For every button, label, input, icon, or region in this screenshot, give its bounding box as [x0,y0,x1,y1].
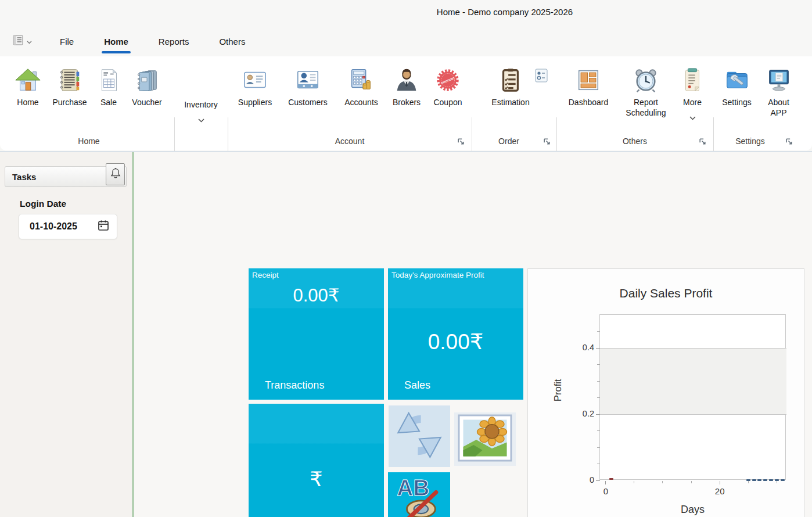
chevron-down-icon [198,114,204,125]
notifications-button[interactable] [106,163,125,185]
sync-refresh-icon [395,411,444,462]
chart-grid-band [600,348,786,414]
suppliers-button[interactable]: Suppliers [232,66,278,107]
tab-others[interactable]: Others [217,33,247,50]
ribbon-button-label: Dashboard [569,97,609,107]
ribbon-group-home: Home Purchase Sale [5,56,173,150]
inventory-dropdown-button[interactable]: Inventory [177,66,225,125]
more-icon [679,67,706,94]
image-tile[interactable] [454,412,516,466]
settings-button[interactable]: Settings [716,66,758,107]
x-axis-tick-label: 0 [596,486,616,496]
tab-file[interactable]: File [58,33,76,50]
app-menu-button[interactable] [13,34,32,48]
tab-reports[interactable]: Reports [156,33,192,50]
accounts-icon [348,67,375,94]
application-window: Home - Demo company 2025-2026 File Home … [0,0,812,517]
ribbon-group-settings: Settings About APP Settings [714,56,799,150]
ribbon-button-label: Suppliers [238,97,272,107]
voucher-button[interactable]: Voucher [126,66,168,107]
todays-profit-tile-footer: Sales [404,379,430,392]
login-date-input[interactable]: 01-10-2025 [19,214,117,239]
brokers-icon [393,67,420,94]
about-app-button[interactable]: About APP [760,66,797,118]
x-axis-tick-label: 20 [710,486,730,496]
estimation-button[interactable]: Estimation [484,66,537,107]
todays-profit-tile[interactable]: Today's Approximate Profit 0.00₹ Sales [388,268,523,400]
brokers-button[interactable]: Brokers [387,66,426,107]
ribbon-button-label: Accounts [344,97,378,107]
todays-profit-tile-title: Today's Approximate Profit [391,271,484,279]
settings-icon [724,67,750,94]
y-axis-minor-tick [597,331,600,332]
y-axis-tick-label: 0 [569,475,594,484]
picture-icon [457,414,513,465]
ribbon-group-inventory: Inventory [175,56,227,150]
receipt-tile[interactable]: Receipt 0.00₹ Transactions [249,268,384,400]
y-axis-minor-tick [597,364,600,365]
report-scheduling-button[interactable]: Report Scheduling [617,66,674,118]
ribbon-group-others: Dashboard Report Scheduling More [558,56,712,150]
x-axis-minor-tick [662,481,663,483]
purchase-icon [56,67,83,94]
ribbon-button-label: Coupon [433,97,462,107]
sale-icon [95,67,122,94]
home-button[interactable]: Home [10,66,46,107]
coupon-button[interactable]: DISCOUNT Coupon [428,66,468,107]
x-axis-minor-tick [691,481,692,483]
dashboard-button[interactable]: Dashboard [562,66,615,107]
ab-tile-text: AB [397,475,429,500]
hide-names-tile[interactable]: AB [388,472,450,517]
more-dropdown-button[interactable]: More [677,66,708,123]
chart-x-axis-label: Days [599,504,786,516]
chart-gridline [600,414,786,415]
y-axis-minor-tick [597,447,600,448]
purchase-button[interactable]: Purchase [48,66,91,107]
ribbon-button-label: Settings [722,97,752,107]
ribbon-button-label: Home [17,97,38,107]
sale-button[interactable]: Sale [94,66,124,107]
login-date-value: 01-10-2025 [30,221,77,232]
ribbon-tab-bar: File Home Reports Others [0,26,812,56]
data-point-blue-dash [752,479,756,481]
calendar-icon[interactable] [97,219,110,234]
data-point-blue-dash [769,479,773,481]
ribbon-button-label: Sale [100,97,117,107]
accounts-button[interactable]: Accounts [337,66,385,107]
customers-button[interactable]: Customers [281,66,335,107]
refresh-tile[interactable] [389,405,450,467]
y-axis-minor-tick [597,430,600,431]
x-axis-tick [720,481,720,484]
login-date-label: Login Date [20,199,66,209]
rupee-tile[interactable]: ₹ [249,404,384,517]
dialog-launcher-icon[interactable] [785,137,793,145]
coupon-icon: DISCOUNT [434,67,461,94]
title-bar: Home - Demo company 2025-2026 [0,0,812,26]
chevron-down-icon [27,36,32,46]
data-point-blue-dash [763,479,767,481]
ribbon-button-label: Brokers [393,97,421,107]
chart-gridline [600,348,786,349]
chart-plot-inner: 00.20.4020 [600,315,786,480]
x-axis-minor-tick [748,481,749,483]
group-label-others: Others [558,137,712,146]
ab-hide-icon: AB [393,472,446,517]
ribbon-button-label: Purchase [52,97,87,107]
y-axis-minor-tick [597,381,600,382]
about-app-icon [766,67,792,94]
y-axis-tick [596,480,600,481]
group-label-account: Account [229,137,470,146]
ribbon-button-label: Report Scheduling [617,97,674,118]
dialog-launcher-icon[interactable] [543,137,551,145]
x-axis-minor-tick [634,481,634,483]
tab-home[interactable]: Home [102,33,131,50]
chevron-down-icon [689,112,696,123]
voucher-icon [134,67,160,94]
y-axis-minor-tick [597,464,600,464]
ribbon: Home Purchase Sale [0,56,812,150]
ribbon-button-label: More [683,97,702,107]
order-options-button[interactable] [534,68,548,83]
data-point-red-dash [609,478,613,480]
ribbon-button-label: Voucher [132,97,161,107]
ribbon-button-label: About APP [760,97,797,118]
